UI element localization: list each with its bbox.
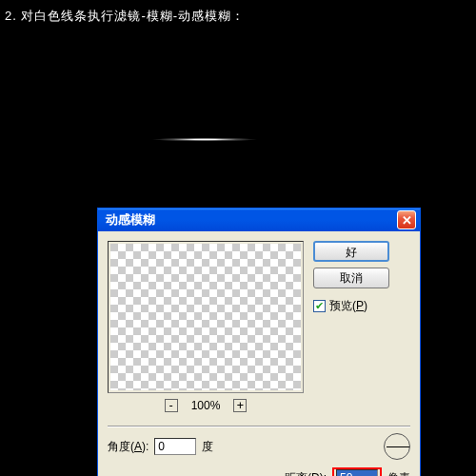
close-button[interactable]: ✕ <box>397 210 416 229</box>
dialog-titlebar[interactable]: 动感模糊 ✕ <box>98 208 420 231</box>
ok-button[interactable]: 好 <box>313 241 389 262</box>
angle-label: 角度(A): <box>108 439 149 455</box>
angle-input[interactable] <box>154 438 196 455</box>
preview-checkbox[interactable]: ✔ 预览(P) <box>313 298 410 314</box>
preview-frame <box>108 241 304 393</box>
angle-dial[interactable] <box>384 433 410 460</box>
preview-label: 预览(P) <box>329 298 367 314</box>
tutorial-caption: 2. 对白色线条执行滤镜-模糊-动感模糊： <box>0 0 476 32</box>
distance-label: 距离(D): <box>285 470 327 477</box>
zoom-out-button[interactable]: - <box>165 399 178 412</box>
zoom-in-button[interactable]: + <box>233 399 247 412</box>
cancel-button[interactable]: 取消 <box>313 268 389 288</box>
angle-unit: 度 <box>202 439 213 455</box>
divider <box>108 426 410 427</box>
angle-row: 角度(A): 度 <box>108 433 410 460</box>
check-icon: ✔ <box>313 300 326 312</box>
dialog-title: 动感模糊 <box>106 211 397 228</box>
result-preview-streak <box>152 138 257 141</box>
close-icon: ✕ <box>402 213 412 228</box>
zoom-level: 100% <box>191 399 221 412</box>
distance-highlight <box>332 467 382 476</box>
motion-blur-dialog: 动感模糊 ✕ - 100% + 好 取消 ✔ 预览(P) <box>97 208 421 476</box>
distance-unit: 像素 <box>387 470 410 477</box>
distance-row: 距离(D): 像素 <box>108 467 410 476</box>
preview-canvas[interactable] <box>110 244 301 390</box>
distance-input[interactable] <box>336 469 378 476</box>
